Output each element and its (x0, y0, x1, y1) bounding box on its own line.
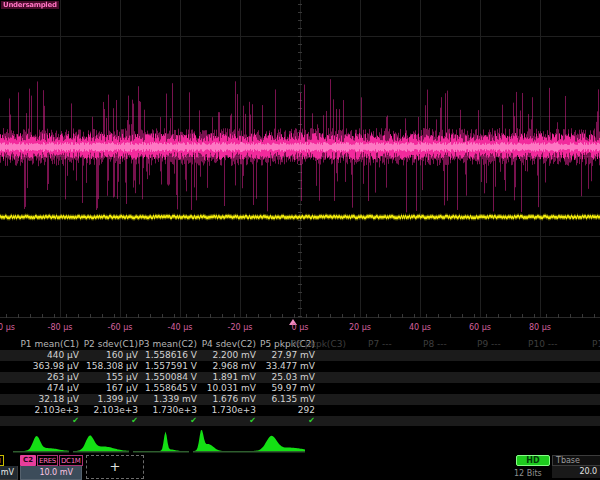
measure-cell: 27.97 mV (256, 350, 315, 361)
measure-cell: 1.558616 V (138, 350, 197, 361)
measure-row-status: ✔ ✔ ✔ ✔ ✔ (0, 416, 600, 426)
measure-cell: 474 µV (20, 383, 79, 394)
status-check-icon: ✔ (256, 416, 315, 426)
param-header-inactive[interactable]: P10 --- (528, 339, 557, 350)
time-axis-label: 40 µs (409, 323, 431, 332)
channel-c2-scale: 10.0 mV (20, 466, 82, 480)
channel-c2-descriptor[interactable]: C2 ERES DC1M 10.0 mV (20, 455, 82, 480)
param-header-p1[interactable]: P1 mean(C1) (20, 339, 79, 350)
measure-cell: 1.558645 V (138, 383, 197, 394)
measure-cell: 59.97 mV (256, 383, 315, 394)
measure-cell: 25.03 mV (256, 372, 315, 383)
histicon[interactable] (73, 430, 129, 454)
param-header-inactive[interactable]: P7 --- (368, 339, 392, 350)
time-axis-label: 80 µs (529, 323, 551, 332)
param-header-inactive[interactable]: P8 --- (423, 339, 447, 350)
waveform-grid[interactable]: Undersampled (0, 0, 600, 318)
measure-cell: 1.730e+3 (197, 405, 256, 416)
time-axis-label: 60 µs (469, 323, 491, 332)
measure-cell: 1.891 mV (197, 372, 256, 383)
measure-cell: 2.103e+3 (20, 405, 79, 416)
measure-cell: 1.550084 V (138, 372, 197, 383)
time-axis-label: -20 µs (228, 323, 253, 332)
measure-cell: 263 µV (20, 372, 79, 383)
channel-c1-tab[interactable]: C1 DC1M (0, 455, 18, 466)
measure-header-row: P1 mean(C1) P2 sdev(C1) P3 mean(C2) P4 s… (0, 339, 600, 350)
measure-cell: 363.98 µV (20, 361, 79, 372)
measure-cell: 10.031 mV (197, 383, 256, 394)
param-header-inactive[interactable]: P9 --- (477, 339, 501, 350)
channel-c1-descriptor[interactable]: C1 DC1M 50.0 mV (0, 455, 18, 480)
measure-cell: 2.968 mV (197, 361, 256, 372)
measure-row-max: 474 µV 167 µV 1.558645 V 10.031 mV 59.97… (0, 383, 600, 394)
param-header-p2[interactable]: P2 sdev(C1) (79, 339, 138, 350)
param-header-p4[interactable]: P4 sdev(C2) (197, 339, 256, 350)
add-trace-button[interactable]: + (86, 455, 144, 479)
status-check-icon: ✔ (79, 416, 138, 426)
status-check-icon: ✔ (197, 416, 256, 426)
measure-cell: 1.557591 V (138, 361, 197, 372)
measure-cell: 1.339 mV (138, 394, 197, 405)
timebase-descriptor[interactable]: Tbase 20.0 µs (552, 455, 600, 478)
measure-cell: 1.399 µV (79, 394, 138, 405)
oscilloscope-screen: Undersampled -100 µs-80 µs-60 µs-40 µs-2… (0, 0, 600, 480)
channel-c1-scale: 50.0 mV (0, 466, 18, 480)
measure-cell: 1.676 mV (197, 394, 256, 405)
measure-cell: 292 (256, 405, 315, 416)
measure-cell: 155 µV (79, 372, 138, 383)
channel-c2-coupling-badge: DC1M (59, 455, 83, 466)
histicon[interactable] (13, 430, 69, 454)
measure-row-num: 2.103e+3 2.103e+3 1.730e+3 1.730e+3 292 (0, 405, 600, 416)
waveform-canvas[interactable] (0, 0, 600, 318)
status-check-icon: ✔ (20, 416, 79, 426)
time-axis-label: -60 µs (108, 323, 133, 332)
time-axis-label: 0 µs (292, 323, 309, 332)
param-header-inactive[interactable]: P1 (592, 339, 600, 350)
time-axis: -100 µs-80 µs-60 µs-40 µs-20 µs0 µs20 µs… (0, 318, 600, 339)
param-header-inactive[interactable]: P6 pkpk(C3) (291, 339, 346, 350)
measure-cell: 6.135 mV (256, 394, 315, 405)
param-header-p3[interactable]: P3 mean(C2) (138, 339, 197, 350)
plus-icon: + (110, 459, 121, 474)
measure-row-sdev: 32.18 µV 1.399 µV 1.339 mV 1.676 mV 6.13… (0, 394, 600, 405)
measure-cell: 440 µV (20, 350, 79, 361)
time-axis-label: 20 µs (349, 323, 371, 332)
timebase-value: 20.0 µs (552, 466, 600, 478)
measure-cell: 2.200 mV (197, 350, 256, 361)
histicon-strip (0, 428, 600, 455)
time-axis-label: -40 µs (168, 323, 193, 332)
channel-c2-label: C2 (20, 455, 36, 466)
measure-cell: 32.18 µV (20, 394, 79, 405)
measure-cell: 160 µV (79, 350, 138, 361)
undersampled-warning: Undersampled (1, 1, 59, 9)
channel-c2-eres-badge: ERES (37, 455, 58, 466)
time-axis-label: -80 µs (48, 323, 73, 332)
timebase-label: Tbase (552, 455, 600, 466)
time-axis-label: -100 µs (0, 323, 15, 332)
status-check-icon: ✔ (138, 416, 197, 426)
histicon[interactable] (249, 430, 305, 454)
measurement-table: P1 mean(C1) P2 sdev(C1) P3 mean(C2) P4 s… (0, 339, 600, 426)
hd-mode-badge[interactable]: HD (516, 455, 550, 466)
histicon[interactable] (133, 430, 189, 454)
measure-row-mean: 363.98 µV 158.308 µV 1.557591 V 2.968 mV… (0, 361, 600, 372)
measure-row-value: 440 µV 160 µV 1.558616 V 2.200 mV 27.97 … (0, 350, 600, 361)
hd-bits-label: 12 Bits (514, 469, 542, 478)
measure-cell: 167 µV (79, 383, 138, 394)
measure-cell: 33.477 mV (256, 361, 315, 372)
channel-c2-tab[interactable]: C2 ERES DC1M (20, 455, 82, 466)
histicon[interactable] (193, 430, 249, 454)
channel-c1-coupling-badge: DC1M (0, 455, 4, 466)
measure-cell: 158.308 µV (79, 361, 138, 372)
measure-cell: 1.730e+3 (138, 405, 197, 416)
descriptor-bar: C1 DC1M 50.0 mV C2 ERES DC1M 10.0 mV + H… (0, 455, 600, 480)
measure-row-min: 263 µV 155 µV 1.550084 V 1.891 mV 25.03 … (0, 372, 600, 383)
measure-cell: 2.103e+3 (79, 405, 138, 416)
